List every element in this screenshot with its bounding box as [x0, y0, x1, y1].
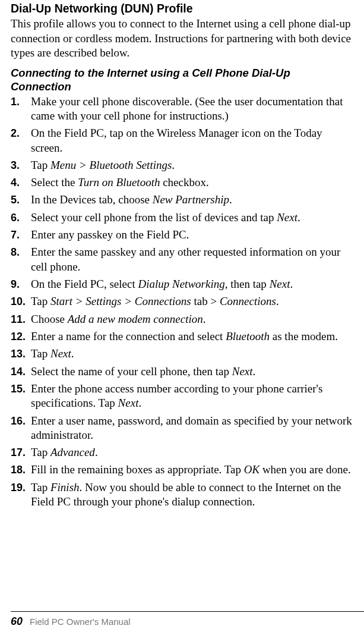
list-item: 17. Tap Advanced.	[11, 445, 353, 460]
step-number: 14.	[11, 364, 31, 379]
list-item: 14. Select the name of your cell phone, …	[11, 364, 353, 379]
list-item: 2. On the Field PC, tap on the Wireless …	[11, 126, 353, 155]
step-text: Enter a user name, password, and domain …	[31, 414, 353, 443]
step-text: Choose Add a new modem connection.	[31, 312, 353, 326]
step-text: Select the Turn on Bluetooth checkbox.	[31, 175, 353, 190]
footer-title: Field PC Owner's Manual	[30, 617, 131, 627]
step-number: 13.	[11, 347, 31, 361]
step-text: Select the name of your cell phone, then…	[31, 364, 353, 379]
step-number: 5.	[11, 193, 31, 207]
page-number: 60	[11, 615, 23, 627]
step-text: Enter any passkey on the Field PC.	[31, 228, 353, 242]
step-number: 16.	[11, 414, 31, 428]
step-text: Enter the phone access number according …	[31, 382, 353, 411]
list-item: 1. Make your cell phone discoverable. (S…	[11, 95, 353, 124]
list-item: 5. In the Devices tab, choose New Partne…	[11, 193, 353, 207]
step-text: Select your cell phone from the list of …	[31, 210, 353, 225]
list-item: 16. Enter a user name, password, and dom…	[11, 414, 353, 443]
step-number: 11.	[11, 312, 31, 326]
step-text: Enter a name for the connection and sele…	[31, 329, 353, 344]
list-item: 19. Tap Finish. Now you should be able t…	[11, 480, 353, 510]
list-item: 4. Select the Turn on Bluetooth checkbox…	[11, 175, 353, 190]
steps-list: 1. Make your cell phone discoverable. (S…	[11, 95, 353, 510]
step-number: 18.	[11, 463, 31, 477]
intro-paragraph: This profile allows you to connect to th…	[11, 17, 353, 60]
step-text: Tap Advanced.	[31, 445, 353, 460]
page-footer: 60Field PC Owner's Manual	[11, 611, 364, 628]
list-item: 15. Enter the phone access number accord…	[11, 382, 353, 411]
step-text: Make your cell phone discoverable. (See …	[31, 95, 353, 124]
step-text: Enter the same passkey and any other req…	[31, 245, 353, 274]
step-number: 3.	[11, 158, 31, 172]
list-item: 3. Tap Menu > Bluetooth Settings.	[11, 158, 353, 172]
step-number: 8.	[11, 245, 31, 259]
step-text: Fill in the remaining boxes as appropria…	[31, 463, 353, 477]
step-text: On the Field PC, tap on the Wireless Man…	[31, 126, 353, 155]
step-text: Tap Menu > Bluetooth Settings.	[31, 158, 353, 172]
list-item: 11. Choose Add a new modem connection.	[11, 312, 353, 326]
list-item: 6. Select your cell phone from the list …	[11, 210, 353, 225]
step-number: 17.	[11, 445, 31, 460]
list-item: 13. Tap Next.	[11, 347, 353, 361]
step-number: 6.	[11, 210, 31, 225]
step-number: 1.	[11, 95, 31, 109]
step-text: Tap Next.	[31, 347, 353, 361]
list-item: 8. Enter the same passkey and any other …	[11, 245, 353, 274]
step-number: 10.	[11, 294, 31, 309]
step-number: 19.	[11, 480, 31, 495]
step-number: 9.	[11, 277, 31, 291]
step-number: 2.	[11, 126, 31, 140]
sub-heading: Connecting to the Internet using a Cell …	[11, 66, 353, 93]
step-text: Tap Finish. Now you should be able to co…	[31, 480, 353, 510]
list-item: 18. Fill in the remaining boxes as appro…	[11, 463, 353, 477]
list-item: 12. Enter a name for the connection and …	[11, 329, 353, 344]
step-text: On the Field PC, select Dialup Networkin…	[31, 277, 353, 291]
step-number: 4.	[11, 175, 31, 190]
step-number: 12.	[11, 329, 31, 344]
step-number: 15.	[11, 382, 31, 396]
footer-inner: 60Field PC Owner's Manual	[11, 615, 364, 628]
step-text: In the Devices tab, choose New Partnersh…	[31, 193, 353, 207]
section-heading: Dial-Up Networking (DUN) Profile	[11, 1, 353, 15]
list-item: 7. Enter any passkey on the Field PC.	[11, 228, 353, 242]
list-item: 9. On the Field PC, select Dialup Networ…	[11, 277, 353, 291]
document-page: Dial-Up Networking (DUN) Profile This pr…	[0, 0, 364, 635]
list-item: 10. Tap Start > Settings > Connections t…	[11, 294, 353, 309]
step-text: Tap Start > Settings > Connections tab >…	[31, 294, 353, 309]
step-number: 7.	[11, 228, 31, 242]
